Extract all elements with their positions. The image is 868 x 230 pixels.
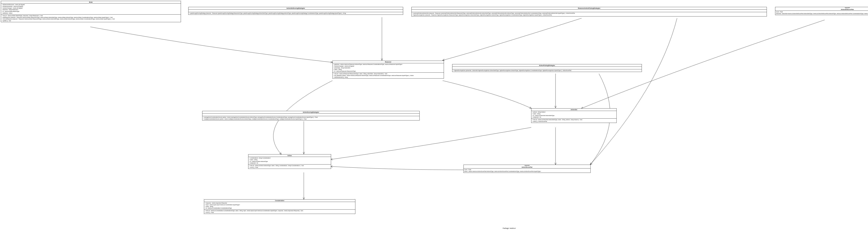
class-action-score-pair: «typedef» ActionScorePair score : Float … bbox=[464, 165, 591, 173]
class-reasoner-action-picking-strategies: ReasonerActionPickingStrategies + random… bbox=[411, 7, 767, 16]
class-action: Action + considerations : Array<Consider… bbox=[248, 154, 331, 169]
class-actionset-scoring-strategies: ActionSetScoringStrategies + passthrough… bbox=[188, 7, 403, 15]
class-action-picking-strategies: ActionPickingStrategies + highestScoring… bbox=[452, 64, 642, 72]
class-consideration: Consideration + response : needs.respons… bbox=[204, 199, 355, 214]
class-name: ActionScoringStrategies bbox=[203, 111, 420, 114]
class-name: ReasonerActionPickingStrategies bbox=[412, 7, 767, 9]
diagram-connectors bbox=[0, 0, 868, 230]
class-name: Action bbox=[248, 154, 331, 157]
class-action-scoring-strategies: ActionScoringStrategies + averageSumCons… bbox=[202, 111, 420, 120]
class-name: ActionPickingStrategies bbox=[453, 64, 642, 67]
class-actionset: ActionSet + actions : Array<Action> + na… bbox=[531, 108, 617, 123]
class-name: ActionScorePair bbox=[464, 166, 590, 168]
class-name: Consideration bbox=[204, 199, 355, 202]
class-brain: Brain + isReasonerRemoved : needs.util.S… bbox=[1, 1, 181, 22]
class-actionset-score-pair: «typedef» ActionSetScorePair score : Flo… bbox=[775, 7, 868, 15]
class-reasoner: Reasoner + getAction : Action<needs.ai.R… bbox=[333, 61, 444, 78]
class-name: Brain bbox=[1, 1, 181, 3]
class-name: ActionSetScorePair bbox=[775, 8, 868, 11]
class-name: Reasoner bbox=[333, 61, 444, 63]
class-name: ActionSetScoringStrategies bbox=[189, 7, 403, 9]
footer-package: Package: needs.ai bbox=[0, 227, 868, 229]
class-name: ActionSet bbox=[531, 109, 616, 111]
